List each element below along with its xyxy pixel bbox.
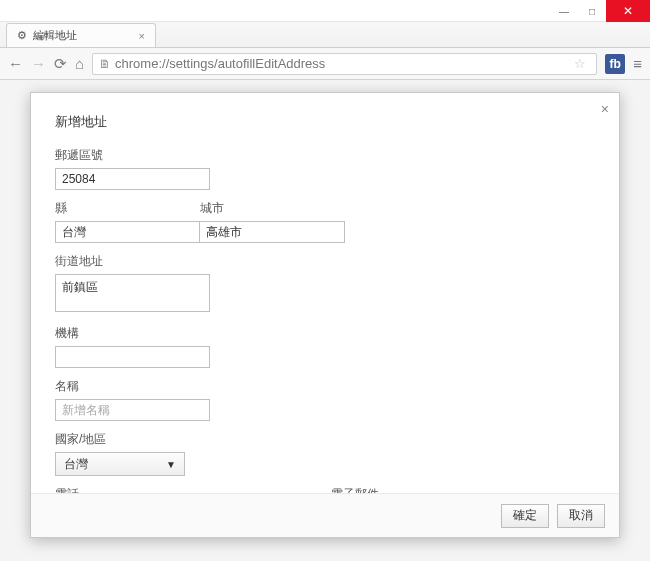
ok-button[interactable]: 確定 bbox=[501, 504, 549, 528]
street-address-textarea[interactable]: 前鎮區 bbox=[55, 274, 210, 312]
label-org: 機構 bbox=[55, 325, 595, 342]
reload-button[interactable]: ⟳ bbox=[54, 55, 67, 73]
page-icon: 🗎 bbox=[99, 57, 111, 71]
browser-tab[interactable]: ⚙ 編輯地址 × bbox=[6, 23, 156, 47]
tab-close-button[interactable]: × bbox=[139, 30, 145, 42]
forward-button[interactable]: → bbox=[31, 55, 46, 72]
country-selected-value: 台灣 bbox=[64, 456, 88, 473]
label-street: 街道地址 bbox=[55, 253, 595, 270]
home-button[interactable]: ⌂ bbox=[75, 55, 84, 72]
tab-title: 編輯地址 bbox=[33, 28, 77, 43]
dialog-body[interactable]: 新增地址 郵遞區號 縣 城市 街道地址 前鎮區 機構 bbox=[31, 93, 619, 493]
address-bar[interactable]: 🗎 chrome://settings/autofillEditAddress … bbox=[92, 53, 597, 75]
organization-input[interactable] bbox=[55, 346, 210, 368]
url-text: chrome://settings/autofillEditAddress bbox=[115, 56, 325, 71]
county-input[interactable] bbox=[55, 221, 200, 243]
window-close-button[interactable]: ✕ bbox=[606, 0, 650, 22]
dialog-footer: 確定 取消 bbox=[31, 493, 619, 537]
chrome-menu-button[interactable]: ≡ bbox=[633, 55, 642, 72]
browser-toolbar: ← → ⟳ ⌂ 🗎 chrome://settings/autofillEdit… bbox=[0, 48, 650, 80]
page-content: × 新增地址 郵遞區號 縣 城市 街道地址 前鎮區 bbox=[0, 80, 650, 561]
dialog-close-button[interactable]: × bbox=[601, 101, 609, 117]
name-input[interactable] bbox=[55, 399, 210, 421]
window-maximize-button[interactable]: □ bbox=[578, 0, 606, 22]
dialog-title: 新增地址 bbox=[55, 113, 595, 131]
label-email: 電子郵件 bbox=[331, 486, 595, 493]
country-select[interactable]: 台灣 ▼ bbox=[55, 452, 185, 476]
city-input[interactable] bbox=[200, 221, 345, 243]
label-phone: 電話 bbox=[55, 486, 319, 493]
gear-icon: ⚙ bbox=[17, 29, 27, 42]
label-name: 名稱 bbox=[55, 378, 595, 395]
modal-overlay: × 新增地址 郵遞區號 縣 城市 街道地址 前鎮區 bbox=[0, 80, 650, 561]
tab-strip: ⚙ 編輯地址 × bbox=[0, 22, 650, 48]
postal-code-input[interactable] bbox=[55, 168, 210, 190]
label-county: 縣 bbox=[55, 200, 200, 217]
facebook-extension-icon[interactable]: fb bbox=[605, 54, 625, 74]
label-country: 國家/地區 bbox=[55, 431, 595, 448]
bookmark-star-icon[interactable]: ☆ bbox=[574, 56, 586, 71]
window-titlebar: — □ ✕ bbox=[0, 0, 650, 22]
window-minimize-button[interactable]: — bbox=[550, 0, 578, 22]
cancel-button[interactable]: 取消 bbox=[557, 504, 605, 528]
back-button[interactable]: ← bbox=[8, 55, 23, 72]
edit-address-dialog: × 新增地址 郵遞區號 縣 城市 街道地址 前鎮區 bbox=[30, 92, 620, 538]
chevron-down-icon: ▼ bbox=[166, 459, 176, 470]
label-postal: 郵遞區號 bbox=[55, 147, 595, 164]
label-city: 城市 bbox=[200, 200, 345, 217]
